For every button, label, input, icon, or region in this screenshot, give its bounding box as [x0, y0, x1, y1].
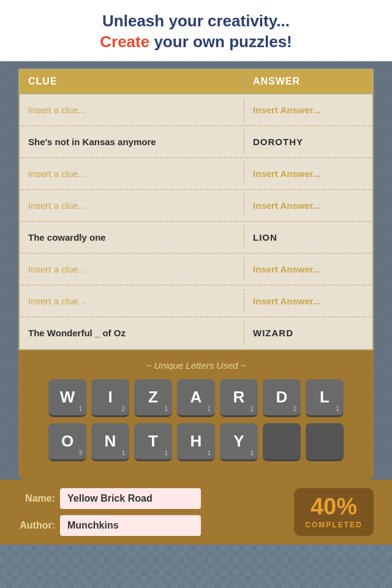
author-input[interactable] [60, 515, 201, 536]
author-label: Author: [18, 520, 55, 531]
key-count: 3 [78, 450, 82, 456]
key-tile-l[interactable]: L1 [306, 379, 344, 417]
key-count: 1 [121, 450, 125, 456]
answer-placeholder: Insert Answer... [253, 296, 320, 306]
puzzle-table: CLUE ANSWER Insert a clue...Insert Answe… [18, 69, 374, 350]
table-row[interactable]: The cowardly oneLION [20, 222, 372, 254]
key-tile-y[interactable]: Y1 [220, 423, 258, 461]
key-tile-z[interactable]: Z1 [134, 379, 172, 417]
answer-cell[interactable]: Insert Answer... [244, 99, 372, 121]
answer-cell[interactable]: DOROTHY [244, 130, 372, 153]
completion-pct: 40% [311, 495, 357, 518]
clue-text: She's not in Kansas anymore [28, 137, 156, 147]
table-row[interactable]: Insert a clue...Insert Answer... [20, 190, 372, 222]
clue-cell[interactable]: She's not in Kansas anymore [20, 130, 244, 153]
answer-text: DOROTHY [253, 137, 303, 147]
key-tile-empty[interactable] [306, 423, 344, 461]
middle-area: CLUE ANSWER Insert a clue...Insert Answe… [0, 61, 392, 480]
clue-cell[interactable]: Insert a clue... [20, 194, 244, 217]
answer-header: ANSWER [244, 70, 372, 93]
letters-label: ~ Unique Letters Used ~ [31, 360, 361, 371]
key-row-1: W1I2Z1A1R2D2L1 [31, 379, 361, 417]
clue-placeholder: Insert a clue... [28, 105, 86, 115]
table-header: CLUE ANSWER [20, 70, 372, 94]
answer-placeholder: Insert Answer... [253, 200, 320, 211]
table-row[interactable]: Insert a clue...Insert Answer... [20, 254, 372, 285]
table-row[interactable]: She's not in Kansas anymoreDOROTHY [20, 126, 372, 158]
key-count: 1 [78, 405, 82, 412]
tagline-suffix: your own puzzles! [154, 32, 292, 51]
clue-cell[interactable]: Insert a clue... [20, 99, 244, 121]
answer-placeholder: Insert Answer... [253, 264, 320, 274]
key-count: 1 [164, 450, 168, 456]
table-row[interactable]: Insert a clue...Insert Answer... [20, 94, 372, 126]
clue-placeholder: Insert a clue... [28, 200, 86, 211]
answer-placeholder: Insert Answer... [253, 168, 320, 179]
key-tile-d[interactable]: D2 [263, 379, 301, 417]
answer-text: LION [253, 232, 277, 243]
key-count: 2 [250, 405, 254, 412]
answer-text: WIZARD [253, 328, 293, 338]
key-letter: H [190, 433, 202, 449]
clue-cell[interactable]: Insert a clue... [20, 162, 244, 185]
bottom-section: Name: Author: 40% COMPLETED [0, 480, 392, 545]
answer-cell[interactable]: Insert Answer... [244, 258, 372, 281]
key-letter: A [190, 389, 202, 405]
table-row[interactable]: Insert a clue...Insert Answer... [20, 158, 372, 190]
tagline-create: Create [100, 32, 149, 51]
clue-cell[interactable]: Insert a clue... [20, 258, 244, 281]
clue-cell[interactable]: The cowardly one [20, 226, 244, 249]
answer-placeholder: Insert Answer... [253, 105, 320, 115]
key-tile-h[interactable]: H1 [177, 423, 215, 461]
table-body: Insert a clue...Insert Answer...She's no… [20, 94, 372, 349]
clue-placeholder: Insert a clue... [28, 296, 86, 306]
key-tile-t[interactable]: T1 [134, 423, 172, 461]
answer-cell[interactable]: LION [244, 226, 372, 249]
clue-placeholder: Insert a clue... [28, 168, 86, 179]
key-count: 1 [207, 405, 211, 412]
key-tile-i[interactable]: I2 [91, 379, 129, 417]
key-letter: O [61, 433, 74, 449]
key-count: 1 [336, 405, 339, 412]
key-tile-o[interactable]: O3 [48, 423, 86, 461]
clue-cell[interactable]: Insert a clue... [20, 290, 244, 312]
table-row[interactable]: The Wonderful _ of OzWIZARD [20, 317, 372, 349]
answer-cell[interactable]: Insert Answer... [244, 290, 372, 312]
author-row: Author: [18, 515, 284, 536]
key-count: 1 [164, 405, 168, 412]
clue-placeholder: Insert a clue... [28, 264, 86, 274]
header-section: Unleash your creativity... Create your o… [0, 0, 392, 61]
key-tile-empty[interactable] [263, 423, 301, 461]
name-row: Name: [18, 488, 284, 509]
key-count: 1 [250, 450, 254, 456]
tagline-line1: Unleash your creativity... [102, 12, 290, 30]
key-count: 2 [121, 405, 125, 412]
clue-text: The Wonderful _ of Oz [28, 328, 126, 338]
clue-cell[interactable]: The Wonderful _ of Oz [20, 322, 244, 344]
key-tile-w[interactable]: W1 [48, 379, 86, 417]
completion-badge: 40% COMPLETED [294, 488, 374, 536]
key-letter: L [320, 389, 330, 405]
key-tile-r[interactable]: R2 [220, 379, 258, 417]
key-letter: Y [233, 433, 244, 449]
name-author-area: Name: Author: [18, 488, 284, 536]
key-letter: W [60, 389, 75, 405]
answer-cell[interactable]: Insert Answer... [244, 162, 372, 185]
completion-label: COMPLETED [305, 521, 362, 529]
key-letter: Z [148, 389, 158, 405]
table-row[interactable]: Insert a clue...Insert Answer... [20, 285, 372, 317]
answer-cell[interactable]: Insert Answer... [244, 194, 372, 217]
key-tile-n[interactable]: N1 [91, 423, 129, 461]
key-letter: D [276, 389, 288, 405]
key-letter: T [148, 433, 158, 449]
key-tile-a[interactable]: A1 [177, 379, 215, 417]
key-count: 2 [293, 405, 296, 412]
answer-cell[interactable]: WIZARD [244, 322, 372, 344]
name-label: Name: [18, 493, 55, 504]
key-row-2: O3N1T1H1Y1 [31, 423, 361, 461]
key-count: 1 [207, 450, 211, 456]
name-input[interactable] [60, 488, 201, 509]
key-letter: I [108, 389, 112, 405]
clue-header: CLUE [20, 70, 244, 93]
key-letter: R [233, 389, 245, 405]
